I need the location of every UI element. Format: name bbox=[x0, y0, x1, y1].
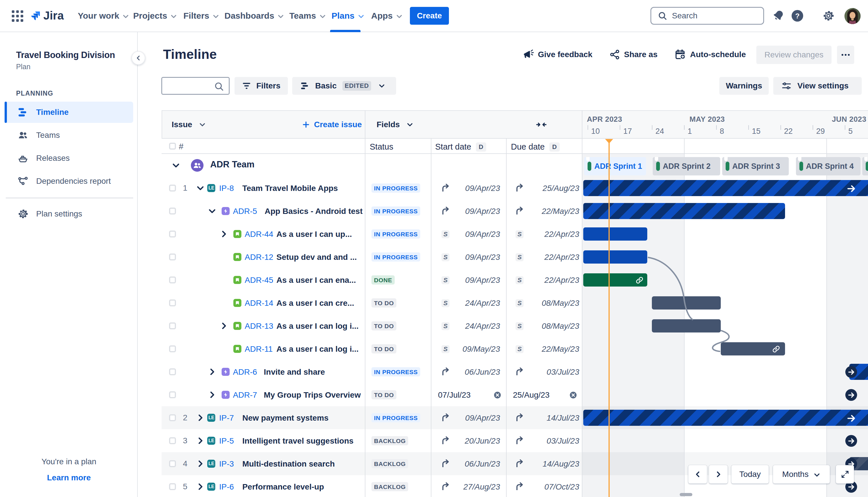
svg-text:?: ? bbox=[795, 12, 799, 20]
